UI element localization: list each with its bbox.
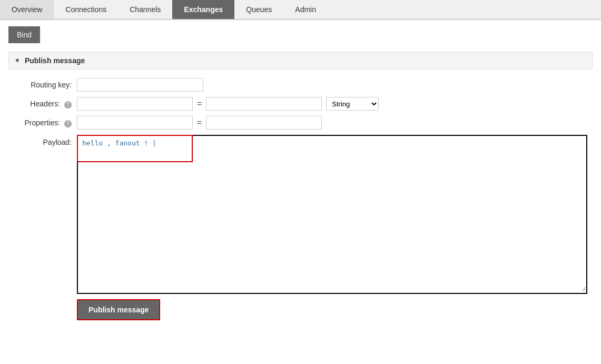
nav-tabs: Overview Connections Channels Exchanges … [0, 0, 601, 20]
publish-message-button[interactable]: Publish message [77, 299, 160, 320]
properties-key-input[interactable] [77, 116, 193, 130]
payload-textarea[interactable] [78, 136, 586, 291]
properties-help-icon[interactable]: ? [64, 120, 72, 127]
tab-admin[interactable]: Admin [283, 0, 328, 19]
publish-message-section-header: ▼ Publish message [8, 52, 593, 70]
tab-channels[interactable]: Channels [118, 0, 172, 19]
payload-row: Payload: [14, 135, 587, 294]
bind-button[interactable]: Bind [8, 26, 40, 43]
payload-label: Payload: [14, 135, 77, 146]
properties-equals: = [197, 118, 202, 127]
payload-container [77, 135, 587, 294]
payload-outer-border [77, 135, 587, 294]
routing-key-row: Routing key: [14, 78, 587, 92]
properties-value-input[interactable] [206, 116, 322, 130]
routing-key-input[interactable] [77, 78, 203, 92]
tab-connections[interactable]: Connections [54, 0, 118, 19]
routing-key-label: Routing key: [14, 81, 77, 89]
publish-form: Routing key: Headers: ? = String Byte ar… [8, 78, 593, 320]
properties-row: Properties: ? = [14, 116, 587, 130]
headers-key-input[interactable] [77, 97, 193, 111]
publish-button-wrapper: Publish message [14, 299, 587, 320]
tab-overview[interactable]: Overview [0, 0, 54, 19]
headers-equals: = [197, 99, 202, 109]
headers-help-icon[interactable]: ? [64, 101, 72, 109]
headers-type-select[interactable]: String Byte array [326, 97, 379, 111]
headers-label: Headers: ? [14, 100, 77, 109]
headers-value-input[interactable] [206, 97, 322, 111]
collapse-arrow-icon[interactable]: ▼ [14, 57, 21, 64]
main-content: Bind ▼ Publish message Routing key: Head… [0, 20, 601, 327]
headers-row: Headers: ? = String Byte array [14, 97, 587, 111]
tab-exchanges[interactable]: Exchanges [172, 0, 234, 19]
section-title: Publish message [25, 56, 85, 65]
properties-label: Properties: ? [14, 119, 77, 127]
tab-queues[interactable]: Queues [234, 0, 283, 19]
